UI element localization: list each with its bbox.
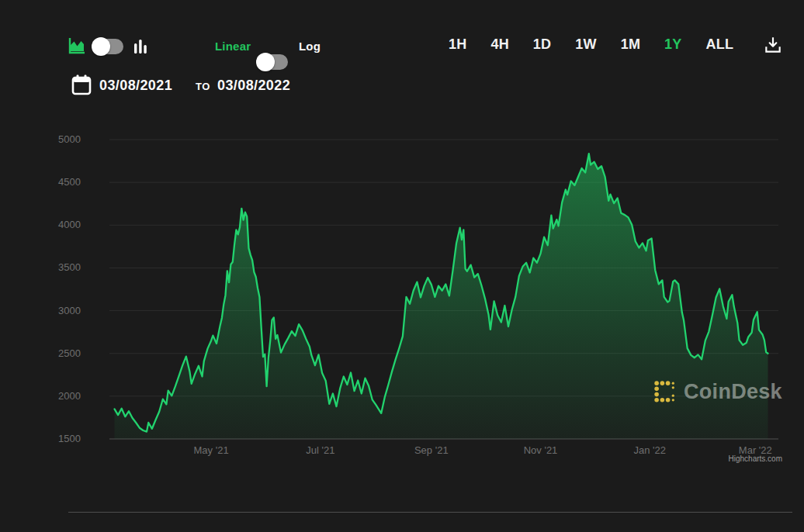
highcharts-credit-link[interactable]: Highcharts.com [729,454,782,463]
x-axis-label-sep-21: Sep '21 [414,444,449,457]
y-axis-label-5000: 5000 [33,133,81,146]
bottom-divider [68,512,792,513]
y-axis-label-4000: 4000 [33,219,81,231]
x-axis-label-may-21: May '21 [194,444,229,457]
coindesk-logo-icon [653,380,678,404]
x-axis-label-jan-22: Jan '22 [633,444,666,457]
coindesk-watermark: CoinDesk [653,380,782,404]
x-axis-label-nov-21: Nov '21 [524,444,558,457]
price-area-chart[interactable] [0,0,804,532]
y-axis-label-3500: 3500 [33,261,81,274]
y-axis-label-4500: 4500 [33,176,81,188]
coindesk-chart-widget: Linear Log 1H4H1D1W1M1YALL 03/08/2021 TO… [0,0,804,532]
y-axis-label-2500: 2500 [33,347,81,360]
y-axis-label-3000: 3000 [33,305,81,317]
y-axis-label-1500: 1500 [33,433,81,445]
x-axis-label-jul-21: Jul '21 [306,444,334,457]
y-axis-label-2000: 2000 [33,390,81,402]
coindesk-wordmark: CoinDesk [684,380,782,404]
